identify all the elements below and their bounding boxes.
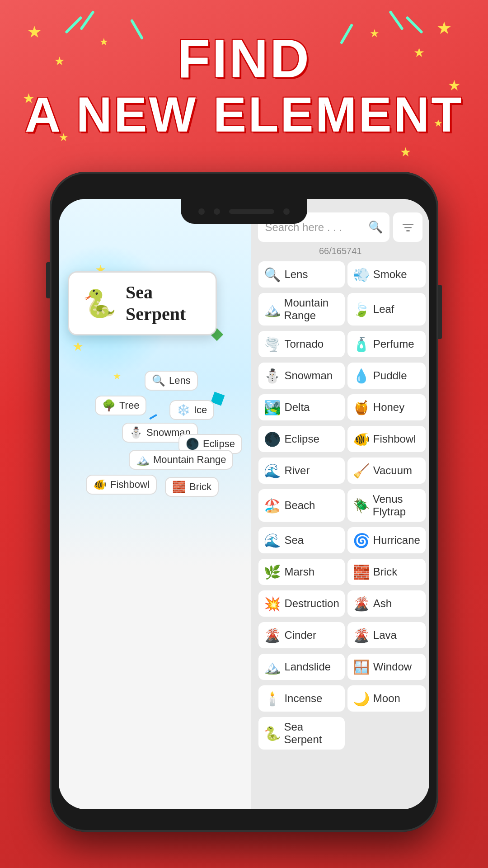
element-icon: 🍯 xyxy=(353,400,370,415)
element-icon: 🏔️ xyxy=(264,302,280,317)
element-icon: 💥 xyxy=(264,596,281,612)
discovery-name: SeaSerpent xyxy=(126,282,186,325)
element-item[interactable]: 💥Destruction xyxy=(258,590,344,617)
element-item[interactable]: 🏖️Beach xyxy=(258,489,344,522)
element-item[interactable]: 🌊Sea xyxy=(258,527,344,553)
element-name: River xyxy=(284,464,310,477)
element-item[interactable]: 🏞️Delta xyxy=(258,394,344,420)
element-count: 66/165741 xyxy=(251,246,429,256)
element-item[interactable]: 🕯️Incense xyxy=(258,685,344,712)
element-item[interactable]: 🌋Cinder xyxy=(258,622,344,648)
game-star: ★ xyxy=(113,371,121,382)
element-icon: 🌙 xyxy=(353,691,370,707)
element-icon: 🪟 xyxy=(353,659,370,675)
element-name: Sea Serpent xyxy=(284,721,339,746)
element-name: Landslide xyxy=(284,660,331,673)
element-item[interactable]: 🌀Hurricane xyxy=(347,527,426,553)
element-item[interactable]: 🏔️Mountain Range xyxy=(258,293,344,326)
svg-rect-1 xyxy=(404,227,412,228)
ingredient-fishbowl: 🐠 Fishbowl xyxy=(86,475,157,495)
game-panel: ★ ★ ★ ★ 🐍 SeaSerpent 🔍 Lens xyxy=(59,199,251,809)
title-line2: A NEW ELEMENT xyxy=(0,90,488,139)
phone-frame: ★ ★ ★ ★ 🐍 SeaSerpent 🔍 Lens xyxy=(50,172,438,832)
element-icon: 🍃 xyxy=(353,302,370,317)
element-icon: 🌪️ xyxy=(264,336,281,352)
element-item[interactable]: 🪟Window xyxy=(347,654,426,680)
ingredient-brick: 🧱 Brick xyxy=(165,477,219,497)
element-item[interactable]: 🐠Fishbowl xyxy=(347,426,426,452)
element-item[interactable]: 🌋Lava xyxy=(347,622,426,648)
camera-dot xyxy=(198,208,205,215)
element-icon: 🔍 xyxy=(264,267,281,283)
element-name: Window xyxy=(373,660,412,673)
element-item[interactable]: 🐍Sea Serpent xyxy=(258,717,344,750)
element-icon: 🏔️ xyxy=(264,659,281,675)
phone-notch xyxy=(181,199,307,224)
element-item[interactable]: 🌑Eclipse xyxy=(258,426,344,452)
element-name: Sea xyxy=(284,534,304,547)
element-item[interactable]: 🔍Lens xyxy=(258,261,344,288)
sensor-dot2 xyxy=(283,208,290,215)
element-item[interactable]: 💧Puddle xyxy=(347,363,426,389)
element-name: Incense xyxy=(284,692,322,705)
element-item[interactable]: 🧴Perfume xyxy=(347,331,426,357)
element-name: Venus Flytrap xyxy=(373,493,420,518)
element-name: Ash xyxy=(373,597,392,610)
element-icon: 🏞️ xyxy=(264,400,281,415)
element-item[interactable]: 🌪️Tornado xyxy=(258,331,344,357)
svg-rect-0 xyxy=(403,224,413,225)
title-line1: FIND xyxy=(0,27,488,90)
volume-button xyxy=(46,262,50,298)
element-icon: ⛄ xyxy=(264,368,281,384)
element-icon: 🧱 xyxy=(353,564,370,580)
element-name: Tornado xyxy=(284,338,324,350)
element-name: Lava xyxy=(373,629,397,642)
element-item[interactable]: 🌿Marsh xyxy=(258,559,344,585)
element-name: Hurricane xyxy=(373,534,420,547)
element-name: Mountain Range xyxy=(284,297,339,322)
element-name: Eclipse xyxy=(284,433,319,445)
elements-panel: Search here . . . 🔍 66/165741 xyxy=(251,199,429,809)
ingredient-tree: 🌳 Tree xyxy=(95,396,146,415)
element-icon: 🌿 xyxy=(264,564,281,580)
phone-wrapper: ★ ★ ★ ★ 🐍 SeaSerpent 🔍 Lens xyxy=(50,172,438,832)
element-item[interactable]: 🌊River xyxy=(258,458,344,484)
element-name: Beach xyxy=(284,499,315,512)
sensor-dot xyxy=(214,208,220,215)
element-item[interactable]: 🧹Vacuum xyxy=(347,458,426,484)
element-item[interactable]: 🌙Moon xyxy=(347,685,426,712)
element-item[interactable]: 🌋Ash xyxy=(347,590,426,617)
element-item[interactable]: 🏔️Landslide xyxy=(258,654,344,680)
element-item[interactable]: 🍃Leaf xyxy=(347,293,426,326)
element-name: Puddle xyxy=(373,369,407,382)
element-icon: 🧴 xyxy=(353,336,370,352)
element-icon: 🪲 xyxy=(353,498,369,514)
element-item[interactable]: 🪲Venus Flytrap xyxy=(347,489,426,522)
element-name: Perfume xyxy=(373,338,414,350)
ingredient-ice: ❄️ Ice xyxy=(169,400,214,420)
element-icon: 🌀 xyxy=(353,533,370,548)
game-star: ★ xyxy=(72,339,84,354)
star-deco: ★ xyxy=(400,145,411,160)
element-icon: 🌊 xyxy=(264,533,281,548)
element-item[interactable]: 💨Smoke xyxy=(347,261,426,288)
element-icon: 🏖️ xyxy=(264,498,281,514)
element-item[interactable]: 🧱Brick xyxy=(347,559,426,585)
filter-icon xyxy=(401,221,415,234)
power-button xyxy=(438,285,442,339)
discovery-emoji: 🐍 xyxy=(83,288,117,320)
speaker-bar xyxy=(229,209,274,214)
filter-button[interactable] xyxy=(393,212,422,242)
elements-grid[interactable]: 🔍Lens💨Smoke🏔️Mountain Range🍃Leaf🌪️Tornad… xyxy=(251,258,429,809)
element-name: Destruction xyxy=(284,597,339,610)
element-name: Fishbowl xyxy=(373,433,416,445)
element-icon: 🐠 xyxy=(353,431,370,447)
search-icon: 🔍 xyxy=(368,220,383,234)
element-item[interactable]: 🍯Honey xyxy=(347,394,426,420)
title-section: FIND A NEW ELEMENT xyxy=(0,27,488,139)
element-item[interactable]: ⛄Snowman xyxy=(258,363,344,389)
discovery-card: 🐍 SeaSerpent xyxy=(68,271,217,335)
element-name: Leaf xyxy=(373,303,394,316)
element-icon: 🧹 xyxy=(353,463,370,479)
svg-rect-2 xyxy=(406,230,410,231)
